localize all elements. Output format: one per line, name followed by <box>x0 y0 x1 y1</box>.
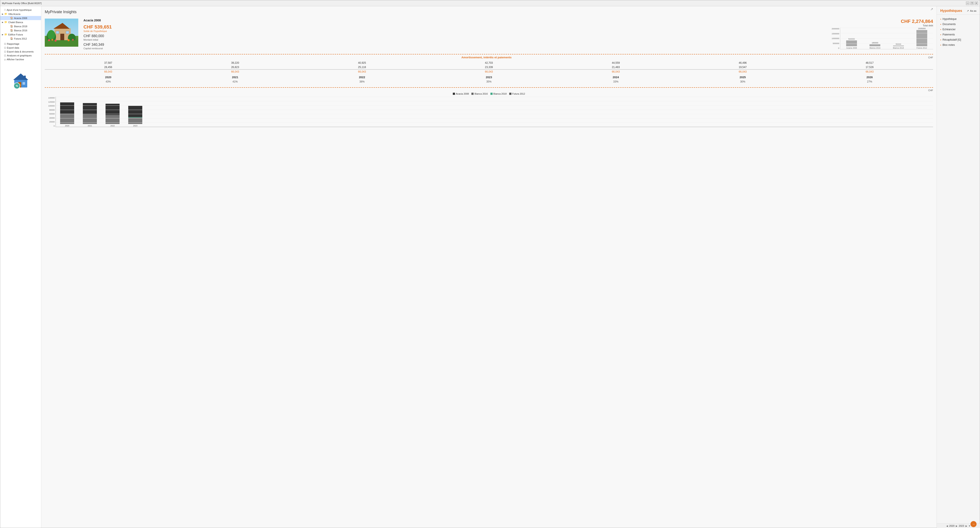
right-panel-controls: ↗ Aa aa <box>967 10 976 12</box>
arrow-icon-btn[interactable]: ↗ <box>930 7 933 11</box>
sidebar-item-analyses[interactable]: ☐ Analyses et graphiques <box>0 54 41 57</box>
next-year: 2023 <box>959 525 964 527</box>
cell-total-2026: 66,043 <box>806 70 933 74</box>
cell-inter-2025: 19,547 <box>679 65 806 70</box>
menu-label-recapitulatif: Récapitulatif [G] <box>943 38 961 41</box>
folder-icon-futura: 📁 <box>4 33 7 36</box>
cell-year-2022: 2022 <box>299 74 426 79</box>
cell-amort-2026: 48,517 <box>806 61 933 65</box>
sidebar-item-add-mortgage[interactable]: ☐ Ajout d'une hypothèque <box>0 8 41 12</box>
cell-pct-2021: 41% <box>172 79 299 84</box>
cell-total-2021: 66,043 <box>172 70 299 74</box>
cell-pct-2026: 27% <box>806 79 933 84</box>
menu-item-paiements[interactable]: ● Paiements <box>937 32 980 37</box>
cell-year-2021: 2021 <box>172 74 299 79</box>
title-bar: MyPrivate Family Office [Build 80287] — … <box>0 0 980 6</box>
cell-total-2022: 66,043 <box>299 70 426 74</box>
house-illustration-container: % <box>0 70 41 91</box>
legend-acacia: Acacia 2008 <box>453 92 469 95</box>
cell-year-2026: 2026 <box>806 74 933 79</box>
bar-seg-bianca2016-2023 <box>128 117 142 124</box>
next-btn[interactable]: ▶ <box>956 525 958 527</box>
mini-bar-value-acacia: 540000 <box>848 38 855 40</box>
bottom-chart-container: 140000 120000 100000 80000 60000 40000 2… <box>45 97 933 127</box>
svg-rect-13 <box>56 31 59 34</box>
menu-item-echeancier[interactable]: ● Echéancier <box>937 27 980 32</box>
menu-item-hypotheque[interactable]: ● Hypothèque <box>937 16 980 22</box>
cell-year-2020: 2020 <box>45 74 172 79</box>
report-icon: ☐ <box>4 43 6 45</box>
main-window: MyPrivate Family Office [Build 80287] — … <box>0 0 980 528</box>
property-third-amount: CHF 340,349 <box>83 43 506 47</box>
export-docs-icon: ☐ <box>4 51 6 53</box>
y-label-chart-0: 0 <box>45 125 55 127</box>
sidebar-item-futura-2012[interactable]: 🏠 Futura 2012 <box>0 36 41 41</box>
sidebar-item-acacia-2008[interactable]: 🏠 Acacia 2008 <box>0 16 41 20</box>
cell-inter-2023: 23,339 <box>426 65 552 70</box>
pin-icon[interactable]: ↗ <box>967 10 969 12</box>
property-secondary-label: Montant initial <box>83 38 506 41</box>
table-row-years: 2020 2021 2022 2023 2024 2025 2026 <box>45 74 933 79</box>
bar-seg-acacia-2021 <box>83 103 97 114</box>
sidebar-label-acacia-2008: Acacia 2008 <box>14 17 27 19</box>
sidebar-item-export-data-docs[interactable]: ☐ Export data & documents <box>0 50 41 54</box>
next-btn-2[interactable]: ▶ <box>966 525 967 527</box>
sidebar-item-bianca-2016[interactable]: 🏠 Bianca 2016 <box>0 28 41 32</box>
sidebar-item-export-data[interactable]: ☐ Export data <box>0 46 41 50</box>
y-label-60000: 60000 <box>45 113 55 115</box>
sidebar-item-archive[interactable]: ◇ Afficher l'archive <box>0 57 41 61</box>
cell-year-2025: 2025 <box>679 74 806 79</box>
svg-point-20 <box>51 39 53 41</box>
font-size-control[interactable]: Aa aa <box>970 10 976 12</box>
sidebar-item-edifice-futura-group[interactable]: ▶ 📁 Edifice Futura <box>0 32 41 36</box>
close-button[interactable]: ✕ <box>975 2 978 5</box>
y-label-2000000: 2000000 <box>829 28 839 30</box>
menu-item-bloc-notes[interactable]: ● Bloc-notes <box>937 42 980 48</box>
property-main-amount: CHF 539,651 <box>83 24 506 30</box>
legend-bianca2018: Bianca 2018 <box>490 92 507 95</box>
table-row-amort: 37,587 39,220 40,925 42,703 44,559 46,49… <box>45 61 933 65</box>
right-panel-title: Hypothèques <box>940 9 962 13</box>
menu-item-recapitulatif[interactable]: ● Récapitulatif [G] <box>937 37 980 42</box>
cell-pct-2024: 33% <box>552 79 679 84</box>
cell-inter-2020: 28,456 <box>45 65 172 70</box>
house-icon-bianca-2016: 🏠 <box>10 29 13 32</box>
cell-total-2025: 66,043 <box>679 70 806 74</box>
table-row-inter: 28,456 26,823 25,118 23,339 21,483 19,54… <box>45 65 933 70</box>
svg-rect-14 <box>66 31 69 34</box>
mini-bar-label-futura2012: Futura 2012 <box>916 47 927 49</box>
menu-label-hypotheque: Hypothèque <box>943 17 957 21</box>
cell-pct-2020: 43% <box>45 79 172 84</box>
prev-year: 2020 <box>949 525 955 527</box>
mini-bar-label-acacia: Acacia 2008 <box>846 47 857 49</box>
filter-icon[interactable]: ▼ <box>969 525 971 527</box>
bottom-chart-header: CHF <box>45 87 933 92</box>
sidebar-item-rapportage[interactable]: ☐ Rapportage <box>0 42 41 46</box>
property-image <box>45 19 78 47</box>
cell-inter-2024: 21,483 <box>552 65 679 70</box>
window-controls: — ❐ ✕ <box>966 2 978 5</box>
menu-label-documents: Documents <box>943 23 956 26</box>
prev-btn[interactable]: ◀ <box>946 525 948 527</box>
sidebar: ☐ Ajout d'une hypothèque ▶ 📁 Villa Acaci… <box>0 6 41 528</box>
minimize-button[interactable]: — <box>966 2 969 5</box>
sidebar-item-villa-acacia-group[interactable]: ▶ 📁 Villa Acacia <box>0 12 41 16</box>
bar-stack-2023 <box>128 106 142 124</box>
bar-group-2023: 2023 <box>128 106 142 127</box>
property-third-label: Capital remboursé <box>83 47 506 50</box>
cell-amort-2023: 42,703 <box>426 61 552 65</box>
analyses-icon: ☐ <box>4 54 6 57</box>
orange-circle-btn[interactable]: → <box>970 521 977 527</box>
maximize-button[interactable]: ❐ <box>970 2 974 5</box>
sidebar-item-bianca-2018[interactable]: 🏠 Bianca 2018 <box>0 24 41 28</box>
archive-icon: ◇ <box>4 58 6 61</box>
cell-pct-2025: 30% <box>679 79 806 84</box>
y-label-80000: 80000 <box>45 109 55 111</box>
bottom-currency: CHF <box>928 89 933 92</box>
legend-label-bianca2016: Bianca 2016 <box>474 92 488 95</box>
sidebar-item-chalet-bianca-group[interactable]: ▶ 📁 Chalet Bianca <box>0 20 41 24</box>
svg-rect-4 <box>22 82 25 85</box>
menu-item-documents[interactable]: ● Documents <box>937 22 980 27</box>
legend-label-acacia: Acacia 2008 <box>456 92 469 95</box>
dot-hypotheque: ● <box>940 18 941 20</box>
